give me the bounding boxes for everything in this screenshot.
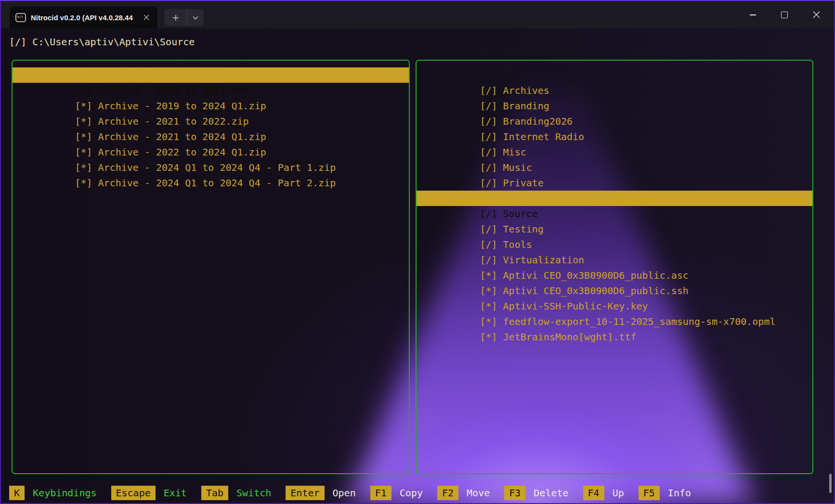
entry-name: Archive - 2024 Q1 to 2024 Q4 - Part 1.zi… (98, 162, 336, 173)
entry-type-prefix: [*] (75, 177, 92, 189)
keybinding-action: Switch (236, 486, 271, 500)
entry-type-prefix: [/] (480, 131, 497, 142)
keybinding[interactable]: F4 Up (583, 486, 624, 500)
entry-name: Testing (503, 223, 544, 235)
command-prompt-icon: c:\ (15, 13, 26, 22)
keybinding[interactable]: F3 Delete (504, 486, 568, 500)
file-row[interactable]: [/]Archives (417, 67, 812, 83)
keybinding[interactable]: Escape Exit (111, 486, 187, 500)
keybinding-action: Exit (164, 486, 187, 500)
entry-name: Private (503, 177, 544, 189)
entry-type-prefix: [/] (480, 146, 497, 158)
entry-type-prefix: [*] (480, 316, 497, 327)
minimize-button[interactable] (737, 1, 769, 28)
maximize-button[interactable] (769, 1, 800, 28)
tab-dropdown-button[interactable] (187, 9, 204, 26)
entry-name: feedflow-export_10-11-2025_samsung-sm-x7… (503, 316, 776, 327)
entry-name: Archives (503, 85, 549, 96)
left-file-panel: [*]Archive - 2019 to 2021.rar [*]Archive… (12, 60, 410, 474)
entry-name: Tools (503, 239, 532, 250)
entry-type-prefix: [*] (75, 100, 92, 112)
keybinding-keycap: Enter (286, 486, 324, 500)
window-controls (737, 1, 832, 28)
keybinding-keycap: F1 (370, 486, 391, 500)
titlebar: c:\ Nitrocid v0.2.0 (API v4.0.28.44 (1, 1, 834, 28)
keybinding-keycap: F5 (639, 486, 660, 500)
entry-type-prefix: [/] (480, 162, 497, 173)
entry-type-prefix: [/] (480, 223, 497, 235)
entry-type-prefix: [/] (480, 85, 497, 96)
keybinding-action: Move (467, 486, 490, 500)
entry-type-prefix: [/] (480, 254, 497, 266)
entry-name: Aptivi CEO_0x3B0900D6_public.asc (503, 270, 689, 281)
entry-name: Branding2026 (503, 116, 573, 127)
entry-name: Source (503, 208, 538, 220)
entry-name: Aptivi-SSH-Public-Key.key (503, 300, 648, 312)
keybinding-keycap: Tab (201, 486, 228, 500)
entry-type-prefix: [*] (480, 331, 497, 343)
entry-type-prefix: [*] (75, 116, 92, 127)
entry-type-prefix: [*] (480, 270, 497, 281)
entry-type-prefix: [/] (480, 177, 497, 189)
entry-name: Archive - 2019 to 2024 Q1.zip (98, 100, 266, 112)
keybinding[interactable]: F2 Move (437, 486, 490, 500)
new-tab-group (164, 9, 204, 26)
tab-title: Nitrocid v0.2.0 (API v4.0.28.44 (31, 13, 137, 22)
current-path: [/] C:\Users\aptiv\Aptivi\Source (9, 34, 195, 50)
entry-name: Virtualization (503, 254, 585, 266)
scrollbar-thumb[interactable] (829, 474, 832, 493)
entry-name: Misc (503, 146, 526, 158)
entry-name: Aptivi CEO_0x3B0900D6_public.ssh (503, 285, 689, 297)
keybinding-keycap: F4 (583, 486, 604, 500)
entry-name: Archive - 2019 to 2021.rar (98, 85, 249, 96)
keybinding-action: Keybindings (33, 486, 96, 500)
keybinding-keycap: Escape (111, 486, 156, 500)
entry-name: Music (503, 162, 532, 173)
tab-close-icon[interactable] (141, 12, 152, 23)
keybinding-keycap: F2 (437, 486, 458, 500)
keybinding-action: Up (613, 486, 624, 500)
right-file-panel: [/]Archives [/]Branding [/]Branding2026 … (416, 60, 813, 474)
entry-name: Internet Radio (503, 131, 585, 142)
keybinding[interactable]: Tab Switch (201, 486, 271, 500)
keybindings-bar: K Keybindings Escape Exit Tab Switch Ent… (1, 484, 834, 502)
new-tab-button[interactable] (164, 9, 187, 26)
entry-type-prefix: [*] (75, 131, 92, 142)
file-row[interactable]: [*]Archive - 2019 to 2021.rar (13, 67, 409, 83)
entry-name: Archive - 2022 to 2024 Q1.zip (98, 146, 266, 158)
entry-name: Archive - 2021 to 2022.zip (98, 116, 249, 127)
keybinding[interactable]: F1 Copy (370, 486, 423, 500)
keybinding[interactable]: F5 Info (639, 486, 691, 500)
terminal-tab[interactable]: c:\ Nitrocid v0.2.0 (API v4.0.28.44 (10, 6, 157, 28)
entry-name: Software (503, 193, 549, 204)
entry-type-prefix: [*] (75, 162, 92, 173)
entry-type-prefix: [*] (75, 146, 92, 158)
entry-name: JetBrainsMono[wght].ttf (503, 331, 637, 343)
svg-text:c:\: c:\ (17, 14, 23, 18)
entry-type-prefix: [*] (75, 85, 92, 96)
keybinding-action: Info (668, 486, 691, 500)
entry-type-prefix: [/] (480, 100, 497, 112)
entry-type-prefix: [*] (480, 300, 497, 312)
entry-name: Archive - 2024 Q1 to 2024 Q4 - Part 2.zi… (98, 177, 336, 189)
entry-type-prefix: [/] (480, 239, 497, 250)
keybinding[interactable]: Enter Open (286, 486, 355, 500)
keybinding-action: Copy (400, 486, 423, 500)
entry-type-prefix: [*] (480, 285, 497, 297)
terminal-content: [/] C:\Users\aptiv\Aptivi\Source [*]Arch… (1, 28, 834, 503)
close-button[interactable] (800, 1, 832, 28)
entry-type-prefix: [/] (480, 208, 497, 220)
keybinding-keycap: F3 (504, 486, 525, 500)
terminal-window: c:\ Nitrocid v0.2.0 (API v4.0.28.44 (0, 0, 835, 504)
minimize-icon (750, 14, 756, 15)
keybinding-action: Delete (534, 486, 568, 500)
keybinding-action: Open (333, 486, 356, 500)
entry-name: Archive - 2021 to 2024 Q1.zip (98, 131, 266, 142)
close-icon (813, 11, 820, 18)
keybinding[interactable]: K Keybindings (9, 486, 97, 500)
maximize-icon (781, 12, 788, 18)
entry-name: Branding (503, 100, 549, 112)
entry-type-prefix: [/] (480, 116, 497, 127)
keybinding-keycap: K (9, 486, 25, 500)
entry-type-prefix: [/] (480, 193, 497, 204)
